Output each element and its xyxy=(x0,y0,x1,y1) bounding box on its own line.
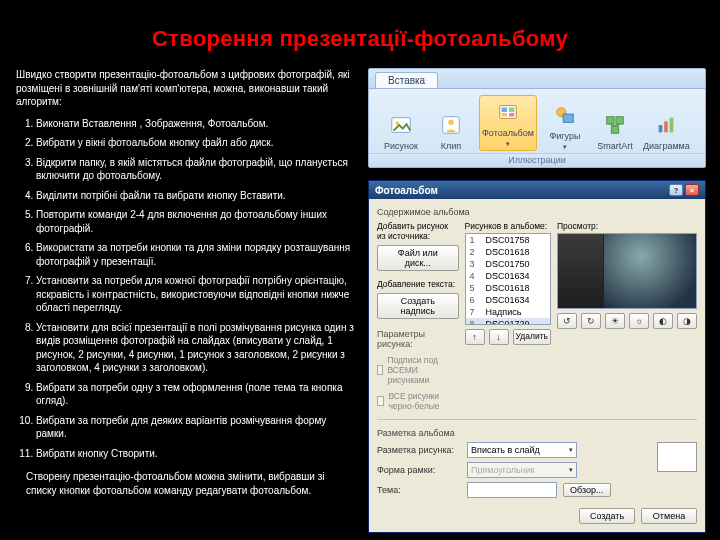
insert-from-label: Добавить рисунок из источника: xyxy=(377,221,459,241)
layout-preview-thumb xyxy=(657,442,697,472)
ribbon-item-shapes[interactable]: Фигуры ▾ xyxy=(543,101,587,151)
intro-paragraph: Швидко створити презентацію-фотоальбом з… xyxy=(16,68,362,109)
svg-rect-11 xyxy=(607,117,614,124)
ribbon-screenshot: Вставка Рисунок Клип xyxy=(368,68,706,168)
cancel-button[interactable]: Отмена xyxy=(641,508,697,524)
pictures-in-album-label: Рисунков в альбоме: xyxy=(465,221,551,231)
preview-pane xyxy=(557,233,697,309)
step-item: Використати за потреби кнопки та для змі… xyxy=(36,241,362,268)
ribbon-group-label: Иллюстрации xyxy=(369,153,705,167)
theme-input[interactable] xyxy=(467,482,557,498)
brightness-up-button[interactable]: ☀ xyxy=(605,313,625,329)
create-button[interactable]: Создать xyxy=(579,508,635,524)
steps-list: Виконати Вставлення , Зображення, Фотоал… xyxy=(16,117,362,461)
image-column: Вставка Рисунок Клип xyxy=(368,68,720,538)
svg-rect-13 xyxy=(611,126,618,133)
ribbon-tab-insert[interactable]: Вставка xyxy=(375,72,438,88)
step-item: Вибрати за потреби для деяких варіантів … xyxy=(36,414,362,441)
chevron-down-icon: ▾ xyxy=(506,140,510,148)
layout-combo[interactable]: Вписать в слайд▾ xyxy=(467,442,577,458)
create-caption-button[interactable]: Создать надпись xyxy=(377,293,459,319)
album-layout-label: Разметка альбома xyxy=(377,428,697,438)
browse-theme-button[interactable]: Обзор... xyxy=(563,483,611,497)
svg-rect-5 xyxy=(502,107,508,112)
move-up-button[interactable]: ↑ xyxy=(465,329,485,345)
captions-all-checkbox[interactable] xyxy=(377,365,383,375)
step-item: Вибрати у вікні фотоальбом кнопку файл а… xyxy=(36,136,362,150)
chevron-down-icon: ▾ xyxy=(563,143,567,151)
step-item: Вибрати за потреби одну з тем оформлення… xyxy=(36,381,362,408)
picture-params-label: Параметры рисунка: xyxy=(377,329,459,349)
dialog-title-text: Фотоальбом xyxy=(375,185,438,196)
preview-label: Просмотр: xyxy=(557,221,697,231)
step-item: Повторити команди 2-4 для включення до ф… xyxy=(36,208,362,235)
svg-rect-17 xyxy=(665,121,669,132)
svg-rect-16 xyxy=(659,125,663,132)
slide-title: Створення презентації-фотоальбому xyxy=(0,0,720,68)
clip-icon xyxy=(437,111,465,139)
ribbon-item-chart[interactable]: Диаграмма xyxy=(643,111,690,151)
dialog-titlebar: Фотоальбом ? × xyxy=(369,181,705,199)
rotate-right-button[interactable]: ↻ xyxy=(581,313,601,329)
contrast-down-button[interactable]: ◑ xyxy=(677,313,697,329)
step-item: Виділити потрібні файли та вибрати кнопк… xyxy=(36,189,362,203)
svg-rect-7 xyxy=(502,113,508,117)
shapes-icon xyxy=(551,101,579,129)
captions-all-label: Подписи под ВСЕМИ рисунками xyxy=(387,355,458,385)
black-white-checkbox[interactable] xyxy=(377,396,384,406)
brightness-down-button[interactable]: ☼ xyxy=(629,313,649,329)
theme-field-label: Тема: xyxy=(377,485,461,495)
svg-point-3 xyxy=(448,120,454,126)
photoalbum-dialog: Фотоальбом ? × Содержимое альбома Добави… xyxy=(368,180,706,533)
contrast-up-button[interactable]: ◐ xyxy=(653,313,673,329)
album-content-label: Содержимое альбома xyxy=(377,207,697,217)
close-icon[interactable]: × xyxy=(685,184,699,196)
frame-combo[interactable]: Прямоугольник▾ xyxy=(467,462,577,478)
svg-rect-12 xyxy=(616,117,623,124)
step-item: Установити за потреби для кожної фотогра… xyxy=(36,274,362,315)
step-item: Установити для всієї презентації в полі … xyxy=(36,321,362,375)
chart-icon xyxy=(652,111,680,139)
text-column: Швидко створити презентацію-фотоальбом з… xyxy=(0,68,368,538)
remove-button[interactable]: Удалить xyxy=(513,329,551,345)
file-or-disk-button[interactable]: Файл или диск... xyxy=(377,245,459,271)
ribbon-item-photoalbum[interactable]: Фотоальбом ▾ xyxy=(479,95,537,151)
svg-rect-10 xyxy=(563,114,573,122)
step-item: Виконати Вставлення , Зображення, Фотоал… xyxy=(36,117,362,131)
photoalbum-icon xyxy=(494,98,522,126)
svg-rect-6 xyxy=(509,107,515,112)
rotate-left-button[interactable]: ↺ xyxy=(557,313,577,329)
step-item: Вибрати кнопку Створити. xyxy=(36,447,362,461)
svg-rect-8 xyxy=(509,113,515,117)
ribbon-item-clip[interactable]: Клип xyxy=(429,111,473,151)
pictures-listbox[interactable]: 1DSC01758 2DSC01618 3DSC01750 4DSC01634 … xyxy=(465,233,551,325)
picture-icon xyxy=(387,111,415,139)
add-text-label: Добавление текста: xyxy=(377,279,459,289)
layout-field-label: Разметка рисунка: xyxy=(377,445,461,455)
step-item: Відкрити папку, в якій містяться файли ф… xyxy=(36,156,362,183)
svg-rect-18 xyxy=(670,118,674,133)
ribbon-item-smartart[interactable]: SmartArt xyxy=(593,111,637,151)
ribbon-item-picture[interactable]: Рисунок xyxy=(379,111,423,151)
outro-paragraph: Створену презентацію-фотоальбом можна зм… xyxy=(16,470,362,497)
help-icon[interactable]: ? xyxy=(669,184,683,196)
move-down-button[interactable]: ↓ xyxy=(489,329,509,345)
black-white-label: ВСЕ рисунки черно-белые xyxy=(388,391,458,411)
frame-field-label: Форма рамки: xyxy=(377,465,461,475)
smartart-icon xyxy=(601,111,629,139)
